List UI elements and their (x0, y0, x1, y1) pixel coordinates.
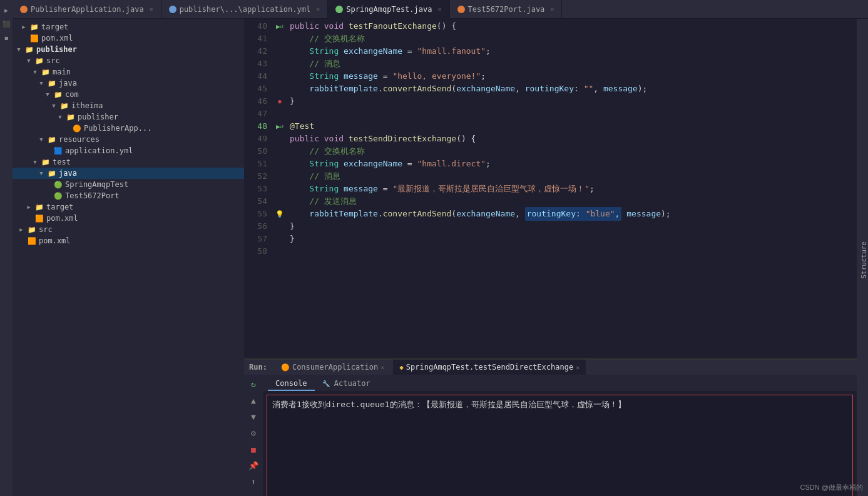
main-content: ▶ 📁 target 🟧 pom.xml ▼ 📁 publisher ▼ 📁 s… (13, 19, 868, 496)
yml-icon (169, 6, 176, 13)
tab-app-yml[interactable]: publisher\...\application.yml ✕ (161, 0, 329, 19)
tree-item-src-root[interactable]: ▶ 📁 src (13, 224, 244, 235)
tab-close[interactable]: ✕ (437, 6, 441, 13)
folder-icon: 📁 (41, 68, 51, 76)
code-line-41: // 交换机名称 (287, 33, 857, 45)
run-gutter-48[interactable]: ▶ (276, 123, 280, 131)
code-line-55: rabbitTemplate.convertAndSend(exchangeNa… (287, 208, 857, 220)
tab-spring-amqp[interactable]: SpringAmqpTest.java ✕ (328, 0, 449, 19)
tree-item-java-test[interactable]: ▼ 📁 java (13, 168, 244, 179)
tab-label: SpringAmqpTest.java (346, 5, 432, 14)
consumer-tab-close[interactable]: ✕ (380, 364, 384, 371)
tree-item-test5672[interactable]: 🟢 Test5672Port (13, 190, 244, 201)
code-line-46: } (287, 95, 857, 108)
tab-close[interactable]: ✕ (316, 6, 320, 13)
tab-label: Test5672Port.java (468, 5, 545, 14)
code-line-50: // 交换机名称 (287, 145, 857, 158)
actuator-tab[interactable]: 🔧 Actuator (315, 377, 378, 391)
run-gutter-40[interactable]: ▶ (276, 23, 280, 31)
left-icon-2[interactable]: ⬛ (1, 19, 11, 29)
tree-item-publisher-sub[interactable]: ▼ 📁 publisher (13, 111, 244, 123)
tab-close[interactable]: ✕ (150, 6, 153, 13)
code-line-43: // 消息 (287, 58, 857, 70)
tab-label: PublisherApplication.java (31, 5, 144, 14)
yml-icon: 🟦 (53, 147, 63, 155)
java-icon: 🟢 (53, 181, 63, 189)
code-line-57: } (287, 233, 857, 245)
structure-panel: Structure (857, 19, 868, 496)
tree-item-publisher[interactable]: ▼ 📁 publisher (13, 44, 244, 55)
folder-icon: 📁 (41, 158, 51, 166)
bottom-panel: Run: 🟠 ConsumerApplication ✕ ◆ SpringAmq… (244, 358, 857, 496)
code-editor: 40 41 42 43 44 45 46 47 48 49 50 51 52 5… (244, 19, 857, 496)
xml-icon: 🟧 (34, 215, 44, 223)
left-icon-1[interactable]: ▶ (1, 5, 11, 15)
code-lines[interactable]: public void testFanoutExchange() { // 交换… (287, 19, 857, 358)
code-line-47 (287, 108, 857, 120)
tree-item-pom1[interactable]: 🟧 pom.xml (13, 33, 244, 44)
code-line-45: rabbitTemplate.convertAndSend(exchangeNa… (287, 83, 857, 95)
tree-item-main[interactable]: ▼ 📁 main (13, 66, 244, 78)
folder-icon: 📁 (47, 136, 57, 144)
folder-icon: 📁 (34, 203, 44, 211)
breakpoint-gutter-46[interactable]: ● (278, 98, 281, 104)
tree-item-spring-amqp[interactable]: 🟢 SpringAmqpTest (13, 179, 244, 190)
tree-item-target2[interactable]: ▶ 📁 target (13, 201, 244, 213)
tab-consumer[interactable]: 🟠 ConsumerApplication ✕ (275, 360, 391, 375)
tree-item-com[interactable]: ▼ 📁 com (13, 89, 244, 100)
console-output: 消费者1接收到direct.queue1的消息：【最新报道，哥斯拉是居民自治巨型… (267, 395, 853, 496)
code-line-42: String exchangeName = "hmall.fanout"; (287, 45, 857, 58)
code-line-49: public void testSendDirectExchange() { (287, 133, 857, 145)
tab-close[interactable]: ✕ (550, 6, 554, 13)
tree-item-app-yml[interactable]: 🟦 application.yml (13, 145, 244, 156)
code-line-51: String exchangeName = "hmall.direct"; (287, 158, 857, 170)
bottom-content: ↻ ▲ ▼ ⚙ ■ 📌 ⬆ ✕ Console (244, 375, 857, 496)
watermark: CSDN @做最幸福的 (800, 483, 863, 492)
consumer-tab-icon: 🟠 (281, 363, 290, 372)
tab-publisher-app[interactable]: PublisherApplication.java ✕ (13, 0, 161, 19)
tree-item-java1[interactable]: ▼ 📁 java (13, 78, 244, 89)
scroll-down-icon[interactable]: ▼ (248, 411, 259, 422)
tab-test5672[interactable]: Test5672Port.java ✕ (450, 0, 563, 19)
tree-item-target1[interactable]: ▶ 📁 target (13, 21, 244, 33)
tree-item-pom-root[interactable]: 🟧 pom.xml (13, 235, 244, 246)
folder-icon: 📁 (29, 23, 39, 31)
folder-icon: 📁 (47, 170, 57, 178)
code-line-54: // 发送消息 (287, 195, 857, 208)
java-icon (457, 6, 465, 13)
tree-item-publisher-app[interactable]: 🟠 PublisherApp... (13, 123, 244, 134)
folder-icon: 📁 (24, 46, 34, 54)
export-icon[interactable]: ⬆ (248, 476, 259, 487)
code-line-40: public void testFanoutExchange() { (287, 20, 857, 33)
tree-item-itheima[interactable]: ▼ 📁 itheima (13, 100, 244, 111)
pin-icon[interactable]: 📌 (248, 460, 259, 471)
bottom-tab-bar: Run: 🟠 ConsumerApplication ✕ ◆ SpringAmq… (244, 360, 857, 375)
tree-item-src[interactable]: ▼ 📁 src (13, 55, 244, 66)
tab-spring-test[interactable]: ◆ SpringAmqpTest.testSendDirectExchange … (393, 360, 586, 375)
stop-icon[interactable]: ■ (248, 443, 259, 455)
folder-icon: 📁 (59, 102, 69, 110)
close-icon[interactable]: ✕ (248, 492, 259, 496)
tree-item-test[interactable]: ▼ 📁 test (13, 156, 244, 168)
consumer-tab-label: ConsumerApplication (292, 363, 378, 372)
console-tab-row: Console 🔧 Actuator (263, 375, 857, 391)
console-tab[interactable]: Console (268, 377, 315, 391)
left-icon-bar: ▶ ⬛ ◼ (0, 0, 13, 496)
editor-tab-bar: PublisherApplication.java ✕ publisher\..… (13, 0, 868, 19)
console-area: Console 🔧 Actuator 消费者1接收到direct.queue1的… (263, 375, 857, 496)
spring-test-tab-close[interactable]: ✕ (576, 364, 580, 371)
restart-icon[interactable]: ↻ (248, 378, 259, 390)
folder-icon: 📁 (34, 57, 44, 65)
tab-label: publisher\...\application.yml (180, 5, 311, 14)
spring-test-tab-label: SpringAmqpTest.testSendDirectExchange (406, 363, 573, 372)
left-icon-3[interactable]: ◼ (1, 33, 11, 43)
tree-item-resources[interactable]: ▼ 📁 resources (13, 134, 244, 145)
settings-icon[interactable]: ⚙ (248, 427, 259, 438)
file-tree: ▶ 📁 target 🟧 pom.xml ▼ 📁 publisher ▼ 📁 s… (13, 19, 244, 496)
warning-gutter-55[interactable]: 💡 (275, 210, 284, 218)
line-numbers: 40 41 42 43 44 45 46 47 48 49 50 51 52 5… (244, 19, 272, 358)
scroll-up-icon[interactable]: ▲ (248, 395, 259, 406)
tree-item-pom2[interactable]: 🟧 pom.xml (13, 213, 244, 224)
xml-icon: 🟧 (29, 34, 39, 43)
folder-icon: 📁 (47, 79, 57, 88)
